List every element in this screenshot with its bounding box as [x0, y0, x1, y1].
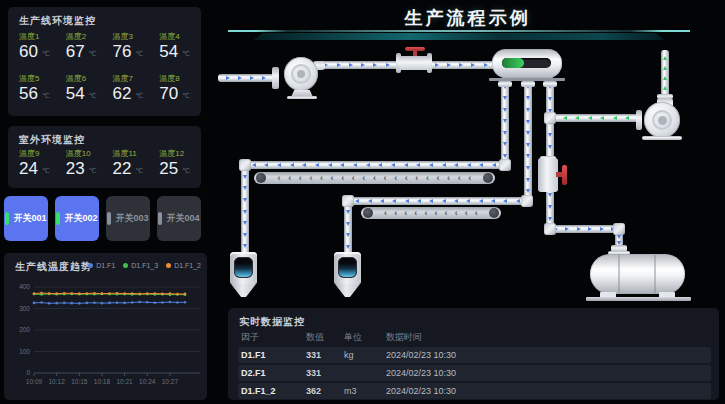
temp-label: 温度2: [66, 31, 106, 42]
panel-realtime-data: 实时数据监控 因子数值单位数据时间D1.F1331kg2024/02/23 10…: [228, 308, 719, 400]
flow-arrow-icon: [526, 96, 530, 100]
pipe-boiler-drop-2: [524, 77, 532, 201]
flow-arrow-icon: [503, 199, 507, 203]
flow-arrow-icon: [353, 163, 357, 167]
temp-tile: 温度870℃: [152, 73, 199, 115]
flow-arrow-icon: [315, 163, 319, 167]
belt-chevron-icon: ‹: [437, 173, 440, 183]
temp-value: 67: [66, 43, 85, 60]
column-header: 单位: [344, 331, 386, 344]
temp-value: 76: [113, 43, 132, 60]
cell-time: 2024/02/23 10:30: [386, 368, 711, 378]
temp-tile-grid: 温度924℃温度1023℃温度1122℃温度1225℃: [12, 148, 199, 184]
pump-inlet-flange: [272, 67, 279, 89]
temp-label: 温度5: [19, 73, 59, 84]
flow-arrow-icon: [548, 133, 552, 137]
switch-1-toggle[interactable]: 开关001: [4, 196, 48, 241]
flow-arrow-icon: [226, 76, 230, 80]
flow-arrow-icon: [563, 116, 567, 120]
tank-seam: [618, 255, 620, 293]
switch-3-toggle[interactable]: 开关003: [106, 196, 150, 241]
temp-value: 25: [159, 160, 178, 177]
flow-arrow-icon: [361, 63, 365, 67]
flow-arrow-icon: [442, 199, 446, 203]
flow-arrow-icon: [346, 233, 350, 237]
cell-value: 331: [306, 368, 344, 378]
belt-chevron-icon: ‹: [434, 208, 437, 218]
valve-handle: [405, 47, 425, 51]
series-D1.F1: [33, 301, 187, 305]
temp-value-row: 60℃: [19, 43, 59, 60]
flow-arrow-icon: [466, 199, 470, 203]
temp-label: 温度4: [159, 31, 199, 42]
flow-arrow-icon: [404, 163, 408, 167]
table-header-row: 因子数值单位数据时间: [238, 330, 711, 345]
boiler-level-fill: [502, 58, 524, 68]
temp-unit: ℃: [89, 167, 97, 175]
flow-arrow-icon: [548, 97, 552, 101]
flow-arrow-icon: [625, 116, 629, 120]
legend-item: D1.F1_3: [123, 262, 158, 269]
conveyor-belt-2: ‹‹‹‹‹‹‹‹‹‹: [361, 207, 501, 219]
flow-arrow-icon: [588, 116, 592, 120]
flow-arrow-icon: [459, 63, 463, 67]
chart-legend: D1.F1D1.F1_3D1.F1_2: [88, 262, 201, 269]
flow-arrow-icon: [548, 193, 552, 197]
pipe-coupling: [543, 81, 557, 87]
flow-arrow-icon: [243, 221, 247, 225]
belt-chevron-icon: ‹: [341, 173, 344, 183]
flow-arrow-icon: [454, 199, 458, 203]
flow-arrow-icon: [526, 166, 530, 170]
panel-trend-chart: 生产线温度趋势 D1.F1D1.F1_3D1.F1_2 010020030040…: [4, 253, 207, 400]
cell-factor: D2.F1: [241, 368, 306, 378]
panel-title: 室外环境监控: [19, 133, 85, 147]
hopper-2-cone: [335, 284, 360, 297]
pipe-inlet: [218, 74, 274, 82]
title-decoration: [228, 29, 690, 42]
pipe-coupling: [521, 81, 535, 87]
trend-chart-canvas: 010020030040010:0910:1210:1510:1810:2110…: [7, 277, 204, 397]
temp-tile: 温度376℃: [106, 31, 153, 73]
pipe-elbow: [499, 159, 511, 171]
svg-text:300: 300: [19, 305, 30, 312]
flow-arrow-icon: [337, 63, 341, 67]
flow-arrow-icon: [588, 227, 592, 231]
flow-arrow-icon: [526, 189, 530, 193]
table-row: D2.F13312024/02/23 10:30: [238, 365, 711, 381]
belt-chevron-icon: ‹: [415, 173, 418, 183]
pipe-elbow: [613, 223, 625, 235]
flow-arrow-icon: [503, 119, 507, 123]
temp-value: 22: [113, 160, 132, 177]
flow-arrow-icon: [386, 63, 390, 67]
flow-arrow-icon: [503, 154, 507, 158]
cell-value: 331: [306, 350, 344, 360]
flow-arrow-icon: [243, 198, 247, 202]
pipe-elbow: [521, 195, 533, 207]
temp-unit: ℃: [135, 167, 143, 175]
pipe-elbow: [342, 195, 354, 207]
flow-arrow-icon: [252, 163, 256, 167]
temp-label: 温度8: [159, 73, 199, 84]
column-header: 因子: [241, 331, 306, 344]
temp-label: 温度11: [113, 148, 153, 159]
flow-arrow-icon: [447, 63, 451, 67]
flow-arrow-icon: [366, 163, 370, 167]
switch-2-toggle[interactable]: 开关002: [55, 196, 99, 241]
flow-arrow-icon: [328, 163, 332, 167]
switch-4-toggle[interactable]: 开关004: [157, 196, 201, 241]
flow-arrow-icon: [479, 199, 483, 203]
cell-unit: kg: [344, 350, 386, 360]
flow-arrow-icon: [526, 108, 530, 112]
temp-value-row: 22℃: [113, 160, 153, 177]
deco-band: [254, 33, 664, 40]
flow-arrow-icon: [378, 163, 382, 167]
pipe-boiler-drop-3: [546, 77, 554, 229]
flow-arrow-icon: [454, 163, 458, 167]
switch-indicator-icon: [158, 212, 162, 225]
temp-value-row: 70℃: [159, 85, 199, 102]
flow-arrow-icon: [346, 245, 350, 249]
svg-text:10:12: 10:12: [49, 378, 66, 385]
temp-label: 温度1: [19, 31, 59, 42]
belt-chevron-icon: ‹: [320, 173, 323, 183]
flow-arrow-icon: [548, 205, 552, 209]
